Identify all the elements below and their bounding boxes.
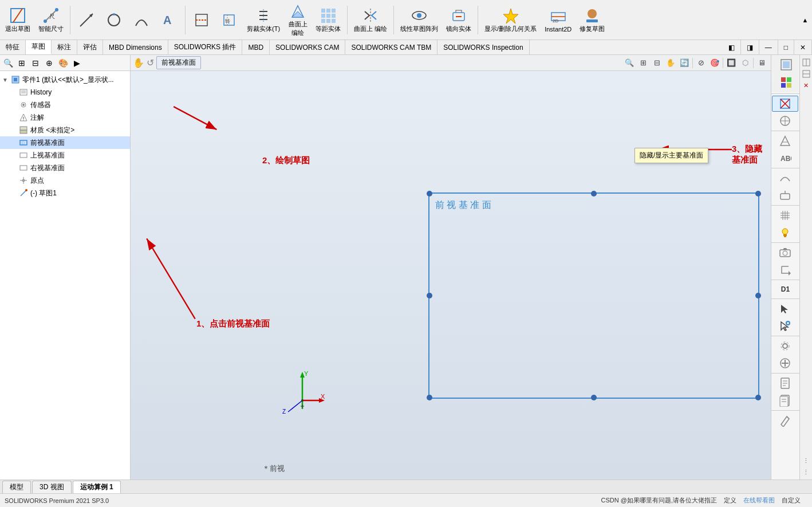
menu-tab-mbd-dimensions[interactable]: MBD Dimensions <box>103 40 168 54</box>
bottom-tab-model[interactable]: 模型 <box>2 481 31 493</box>
tree-item-material[interactable]: 材质 <未指定> <box>0 124 130 136</box>
bottom-tab-motion[interactable]: 运动算例 1 <box>73 481 121 493</box>
rp-grid-btn[interactable] <box>772 207 798 223</box>
rp-light-btn[interactable] <box>772 225 798 241</box>
rp-curve-btn[interactable] <box>772 170 798 186</box>
menu-tab-sketch[interactable]: 草图 <box>26 40 52 54</box>
sidebar-collapse-btn[interactable]: ⊟ <box>29 56 42 70</box>
menu-tab-solidworks-cam-tbm[interactable]: SOLIDWORKS CAM TBM <box>345 40 437 54</box>
menu-tab-solidworks-inspection[interactable]: SOLIDWORKS Inspection <box>437 40 529 54</box>
cut-solid-button[interactable] <box>189 3 214 37</box>
tree-item-annotation[interactable]: 注解 <box>0 111 130 124</box>
viewport[interactable]: ✋ ↺ 前视基准面 🔍 ⊞ ⊟ ✋ 🔄 ⊘ 🎯 🔲 ⬡ 🖥 <box>131 55 771 480</box>
vp-monitor-btn[interactable]: 🖥 <box>755 57 768 69</box>
show-hide-geo-button[interactable]: 线性草图阵列 <box>397 3 441 37</box>
frp-btn-1[interactable] <box>801 57 811 68</box>
quick-sketch-button[interactable]: 显示/删除几何关系 <box>482 3 539 37</box>
breadcrumb-front-plane[interactable]: 前视基准面 <box>156 56 201 69</box>
vp-color-btn[interactable]: ⬡ <box>738 57 752 69</box>
menu-tab-solidworks-cam[interactable]: SOLIDWORKS CAM <box>270 40 345 54</box>
vp-section-btn[interactable]: ⊘ <box>694 57 708 69</box>
handle-bot-right[interactable] <box>755 395 761 400</box>
rp-pencil-btn[interactable] <box>772 412 798 429</box>
arc-tool-button[interactable] <box>129 3 154 37</box>
rp-sketch-display-btn[interactable] <box>772 133 798 149</box>
rp-hide-planes-btn[interactable] <box>772 96 798 112</box>
rp-abc-btn[interactable]: ABC <box>772 150 798 166</box>
repair-sketch-button[interactable]: 镜向实体 <box>443 3 474 37</box>
sidebar-expand-btn[interactable]: ⊞ <box>15 56 29 70</box>
sidebar-appearance-btn[interactable]: 🎨 <box>56 56 70 70</box>
smart-dimension-button[interactable]: 尺 智能尺寸 <box>36 3 66 37</box>
sidebar-arrow-btn[interactable]: ▶ <box>70 56 84 70</box>
color-sketch-button[interactable]: 修复草图 <box>577 3 608 37</box>
handle-mid-left[interactable] <box>427 293 432 298</box>
rp-doc1-btn[interactable] <box>772 375 798 391</box>
handle-mid-right[interactable] <box>755 293 761 298</box>
hand-icon[interactable]: ✋ <box>133 57 144 68</box>
menu-tab-expand-right[interactable]: ◨ <box>741 40 759 54</box>
menu-tab-solidworks-plugins[interactable]: SOLIDWORKS 插件 <box>168 40 243 54</box>
convert-solid-button[interactable]: 转 <box>216 3 242 37</box>
rp-cursor2-btn[interactable] <box>772 318 798 334</box>
frp-btn-collapse[interactable]: ⋮ <box>801 467 811 477</box>
handle-top-mid[interactable] <box>591 191 597 196</box>
line-tool-button[interactable] <box>74 3 99 37</box>
bottom-tab-3d-view[interactable]: 3D 视图 <box>32 481 72 493</box>
tree-item-front-plane[interactable]: □ 前视基准面 <box>0 136 130 149</box>
statusbar-custom[interactable]: 自定义 <box>782 496 801 505</box>
menu-tab-close[interactable]: ✕ <box>794 40 812 54</box>
toolbar-expand-button[interactable]: ▲ <box>801 3 810 37</box>
tree-item-sketch1[interactable]: (-) 草图1 <box>0 187 130 199</box>
linear-array-button[interactable]: 等距实体 <box>313 3 344 37</box>
tree-item-right-plane[interactable]: 右视基准面 <box>0 162 130 174</box>
handle-top-right[interactable] <box>755 191 761 196</box>
handle-bot-mid[interactable] <box>591 395 597 400</box>
vp-display-btn[interactable]: 🔲 <box>724 57 738 69</box>
menu-tab-evaluate[interactable]: 评估 <box>77 40 103 54</box>
rp-appearance-btn[interactable] <box>773 74 799 91</box>
handle-bot-left[interactable] <box>427 395 432 400</box>
sidebar-center-btn[interactable]: ⊕ <box>42 56 56 70</box>
text-tool-button[interactable]: A <box>156 3 182 37</box>
equal-dist-button[interactable]: 剪裁实体(T) <box>244 3 283 37</box>
frp-btn-3[interactable]: ✕ <box>801 80 811 91</box>
circle-tool-button[interactable] <box>101 3 127 37</box>
rp-walk-btn[interactable] <box>772 262 798 278</box>
rp-shape-btn[interactable] <box>772 187 798 203</box>
frp-btn-2[interactable] <box>801 69 811 79</box>
vp-view3d-btn[interactable]: 🎯 <box>708 57 722 69</box>
rp-doc2-btn[interactable] <box>772 392 798 408</box>
rp-gear-btn[interactable] <box>772 338 798 354</box>
menu-tab-restore[interactable]: □ <box>778 40 794 54</box>
rp-view-btn[interactable] <box>773 57 799 73</box>
menu-tab-feature[interactable]: 特征 <box>0 40 26 54</box>
tree-item-top-plane[interactable]: 上视基准面 <box>0 149 130 162</box>
statusbar-help[interactable]: 在线帮看图 <box>743 496 775 505</box>
instant2d-button[interactable]: 2D Instant2D <box>542 3 574 37</box>
menu-tab-marking[interactable]: 标注 <box>52 40 77 54</box>
rp-camera-btn[interactable] <box>772 245 798 261</box>
vp-zoom-fit-btn[interactable]: ⊞ <box>636 57 650 69</box>
rotate-icon[interactable]: ↺ <box>147 57 154 68</box>
rp-add-btn[interactable] <box>772 355 798 371</box>
frp-btn-expand[interactable]: ⋮ <box>801 455 811 466</box>
sidebar-filter-btn[interactable]: 🔍 <box>1 56 15 70</box>
surface-button[interactable]: 曲面上编绘 <box>285 3 310 37</box>
exit-sketch-button[interactable]: 退出草图 <box>2 3 33 37</box>
tree-item-sensor[interactable]: 传感器 <box>0 99 130 111</box>
tree-item-origin[interactable]: 原点 <box>0 174 130 187</box>
vp-rotate-btn[interactable]: 🔄 <box>677 57 691 69</box>
rp-view-orient-btn[interactable] <box>772 113 798 129</box>
vp-zoom-btn[interactable]: 🔍 <box>622 57 636 69</box>
menu-tab-expand-left[interactable]: ◧ <box>723 40 741 54</box>
vp-zoom-window-btn[interactable]: ⊟ <box>650 57 664 69</box>
mirror-solid-button[interactable]: 曲面上 编绘 <box>351 3 390 37</box>
menu-tab-mbd[interactable]: MBD <box>242 40 270 54</box>
handle-top-left[interactable] <box>427 191 432 196</box>
menu-tab-minimize[interactable]: — <box>759 40 778 54</box>
vp-pan-btn[interactable]: ✋ <box>664 57 677 69</box>
tree-item-part1[interactable]: ▼ 零件1 (默认<<默认>_显示状... <box>0 73 130 86</box>
rp-cursor1-btn[interactable] <box>772 301 798 317</box>
tree-item-history[interactable]: History <box>0 86 130 99</box>
